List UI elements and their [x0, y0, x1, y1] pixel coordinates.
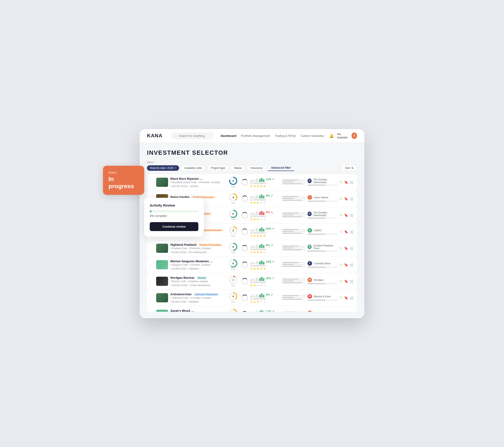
- avatar: II: [352, 132, 357, 139]
- project-name: Marlow Seagrass Meadows Seagrass Restora…: [170, 259, 225, 263]
- cart-icon[interactable]: 🛒: [350, 279, 354, 283]
- continue-review-button[interactable]: Continue review: [150, 222, 198, 231]
- perf-period: 1y performance: [250, 182, 266, 184]
- expand-icon[interactable]: ›: [150, 247, 154, 250]
- cart-icon[interactable]: 🛒: [350, 197, 354, 201]
- bookmark-icon[interactable]: 🔖: [344, 197, 348, 201]
- bookmark-icon[interactable]: 🔖: [344, 263, 348, 267]
- star-rating: ★★★★★: [250, 267, 266, 270]
- refresh-icon[interactable]: ↻: [340, 263, 342, 267]
- project-type-badge: Biochar: [196, 276, 207, 279]
- cart-icon[interactable]: 🛒: [350, 296, 354, 300]
- refresh-icon[interactable]: ↻: [340, 230, 342, 233]
- perf-value: 8% ↗: [266, 194, 273, 197]
- bookmark-icon[interactable]: 🔖: [344, 180, 348, 184]
- loading-icon: [241, 295, 248, 301]
- row-actions: ↻ 🔖 🛒: [340, 279, 354, 283]
- nav-right: 🔔 Ivo Investor II: [329, 132, 357, 139]
- refresh-icon[interactable]: ↻: [340, 180, 342, 184]
- nav-portfolio[interactable]: Portfolio Management: [241, 134, 270, 138]
- performance-section: 14% ↗ 1y performance ★★★★★: [250, 259, 280, 270]
- bookmark-icon[interactable]: 🔖: [344, 246, 348, 250]
- refresh-icon[interactable]: ↻: [340, 279, 342, 283]
- cart-icon[interactable]: 🛒: [350, 180, 354, 184]
- nav-dashboard[interactable]: Dashboard: [221, 134, 236, 138]
- expand-icon[interactable]: ›: [150, 181, 154, 184]
- user-badge: Ivo Investor II: [337, 132, 357, 139]
- star-rating: ★★★★★: [250, 250, 266, 254]
- filter-status[interactable]: Status: [231, 165, 245, 171]
- table-row: › Ardnamurchan Saltmarsh Restoration Sal…: [147, 290, 357, 306]
- navbar: KANA ⌕ Dashboard Portfolio Management Tr…: [140, 129, 364, 143]
- filter-chip-maturity[interactable]: Maturity date: 2026 ✕: [147, 165, 179, 171]
- project-info: Marlow Seagrass Meadows Seagrass Restora…: [170, 259, 225, 270]
- performance-section: 8% ↗ 1y performance ★★★★★: [250, 193, 280, 204]
- nav-carbon[interactable]: Carbon Neutrality: [301, 134, 324, 138]
- row-actions: ↻ 🔖 🛒: [340, 214, 354, 217]
- project-name: Sarah's Wood Forestry and Woodland Creat…: [170, 309, 225, 312]
- risk-gauge: 4 Risk: [227, 193, 239, 204]
- cart-icon[interactable]: 🛒: [350, 263, 354, 267]
- partner-icon: I: [307, 311, 312, 312]
- risk-circle: 6: [229, 259, 237, 268]
- rating-bars: [282, 213, 305, 218]
- bookmark-icon[interactable]: 🔖: [344, 230, 348, 233]
- partner-section: N Nordgau: [307, 278, 337, 285]
- loading-icon: [241, 245, 248, 251]
- partner-section: S Scottish Peatland Trust: [307, 244, 337, 252]
- bookmark-icon[interactable]: 🔖: [344, 214, 348, 217]
- risk-gauge: 8 Risk: [227, 177, 239, 188]
- nav-trading[interactable]: Trading & RFQs: [275, 134, 296, 138]
- filter-insurance[interactable]: Insurance: [247, 165, 266, 171]
- performance-section: 4% ↗ 1y performance ★★★★★: [250, 292, 280, 304]
- project-type-badge: Saltmarsh Restoration: [193, 293, 219, 296]
- cart-icon[interactable]: 🛒: [350, 214, 354, 217]
- expand-icon[interactable]: ›: [150, 280, 154, 283]
- partner-section: B Barnes & Sons: [307, 294, 337, 302]
- perf-period: 1y performance: [250, 298, 266, 300]
- cart-icon[interactable]: 🛒: [350, 230, 354, 233]
- close-icon[interactable]: ✕: [175, 167, 176, 169]
- partner-icon: C: [307, 261, 312, 266]
- perf-value: 44% ↗: [266, 227, 274, 230]
- nav-links: Dashboard Portfolio Management Trading &…: [221, 134, 324, 138]
- rating-bars: [282, 179, 305, 185]
- row-actions: ↻ 🔖 🛒: [340, 296, 354, 300]
- refresh-icon[interactable]: ↻: [340, 246, 342, 250]
- perf-period: 1y performance: [250, 265, 266, 267]
- project-info: Nordgau Biochar Biochar Biochar Code Yor…: [170, 276, 225, 286]
- bell-icon[interactable]: 🔔: [329, 134, 334, 138]
- perf-value: 32% ↗: [266, 277, 274, 280]
- table-row: › Nordgau Biochar Biochar Biochar Code Y…: [147, 273, 357, 289]
- table-row: › Black Burn Riparian Forestry and Woodl…: [147, 174, 357, 190]
- project-type-badge: Forestry and Woodland Creation: [192, 309, 225, 312]
- filter-project-type[interactable]: Project type: [207, 165, 229, 171]
- refresh-icon[interactable]: ↻: [340, 197, 342, 201]
- refresh-icon[interactable]: ↻: [340, 214, 342, 217]
- partner-name: Scottish Peatland Trust: [313, 244, 337, 250]
- table-row: › Highland Peatland Peatland Restoration…: [147, 240, 357, 256]
- expand-icon[interactable]: ›: [150, 296, 154, 299]
- project-info: Sarah's Wood Forestry and Woodland Creat…: [170, 309, 225, 312]
- perf-period: 1y performance: [250, 198, 266, 201]
- expand-icon[interactable]: ›: [150, 263, 154, 266]
- sort-button[interactable]: Sort ⇅: [342, 165, 357, 171]
- filter-available-units[interactable]: Available units: [181, 165, 205, 171]
- cart-icon[interactable]: 🛒: [350, 246, 354, 250]
- search-input[interactable]: [179, 134, 210, 138]
- bookmark-icon[interactable]: 🔖: [344, 279, 348, 283]
- filter-advanced[interactable]: Advanced filter: [268, 165, 294, 171]
- refresh-icon[interactable]: ↻: [340, 296, 342, 300]
- row-actions: ↻ 🔖 🛒: [340, 246, 354, 250]
- status-value: In progress: [108, 176, 139, 190]
- loading-icon: [241, 311, 248, 312]
- project-type-badge: Peatland Restoration: [198, 243, 223, 246]
- bookmark-icon[interactable]: 🔖: [344, 296, 348, 300]
- risk-gauge: 5 Risk: [227, 243, 239, 254]
- project-info: Black Burn Riparian Forestry and Woodlan…: [170, 177, 225, 188]
- project-thumbnail: [156, 178, 168, 187]
- table-row: › Marlow Seagrass Meadows Seagrass Resto…: [147, 257, 357, 273]
- partner-name: The Dundas Partnership: [313, 211, 337, 217]
- risk-circle: 8: [229, 177, 237, 185]
- search-bar[interactable]: ⌕: [172, 133, 214, 139]
